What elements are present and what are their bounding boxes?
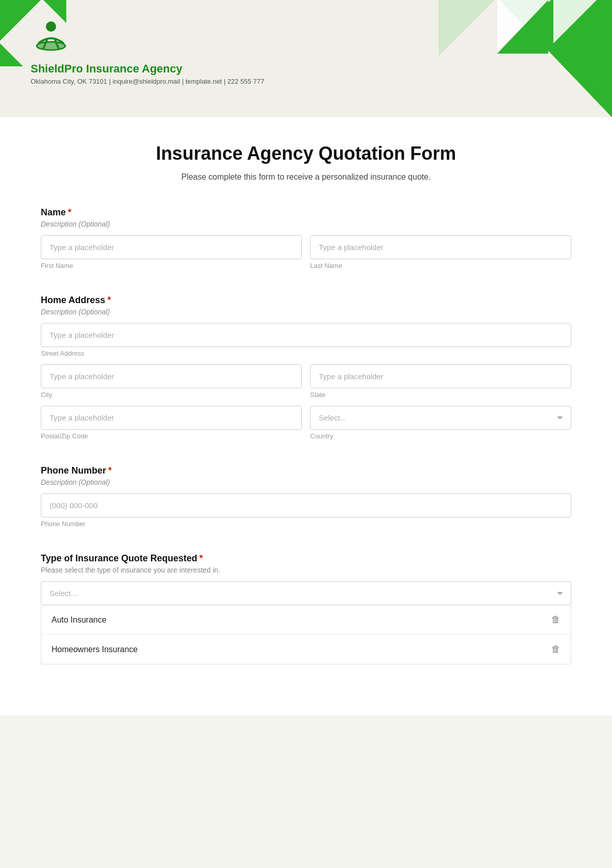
city-label: City — [41, 391, 302, 399]
state-input[interactable] — [310, 364, 571, 388]
required-indicator-address: * — [107, 295, 111, 305]
phone-description: Description (Optional) — [41, 478, 571, 486]
logo-section: ShieldPro Insurance Agency Oklahoma City… — [31, 15, 581, 85]
svg-point-8 — [46, 21, 56, 32]
agency-name: ShieldPro Insurance Agency — [31, 62, 581, 76]
svg-marker-2 — [0, 43, 23, 66]
first-name-input[interactable] — [41, 235, 302, 259]
country-select-wrapper: Select... — [310, 406, 571, 430]
required-indicator-phone: * — [108, 465, 112, 476]
homeowners-insurance-label: Homeowners Insurance — [52, 645, 138, 654]
name-field-row: First Name Last Name — [41, 235, 571, 275]
state-col: State — [310, 364, 571, 404]
name-section: Name* Description (Optional) First Name … — [41, 207, 571, 275]
main-content: Insurance Agency Quotation Form Please c… — [0, 117, 612, 715]
street-label: Street Address — [41, 350, 571, 357]
header: ShieldPro Insurance Agency Oklahoma City… — [0, 0, 612, 117]
home-address-section: Home Address* Description (Optional) Str… — [41, 295, 571, 445]
insurance-type-section: Type of Insurance Quote Requested* Pleas… — [41, 553, 571, 664]
required-indicator-insurance: * — [199, 553, 203, 563]
last-name-input[interactable] — [310, 235, 571, 259]
country-label: Country — [310, 432, 571, 440]
state-label: State — [310, 391, 571, 399]
city-col: City — [41, 364, 302, 404]
phone-col: Phone Number — [41, 493, 571, 533]
last-name-col: Last Name — [310, 235, 571, 275]
insurance-select-wrapper — [41, 581, 571, 605]
homeowners-insurance-delete-icon[interactable]: 🗑 — [551, 644, 560, 655]
street-row: Street Address — [41, 323, 571, 362]
required-indicator: * — [68, 207, 71, 217]
form-subtitle: Please complete this form to receive a p… — [41, 172, 571, 182]
first-name-label: First Name — [41, 262, 302, 269]
address-description: Description (Optional) — [41, 308, 571, 316]
zip-label: Postal/Zip Code — [41, 432, 302, 440]
city-input[interactable] — [41, 364, 302, 388]
insurance-options-list: Auto Insurance 🗑 Homeowners Insurance 🗑 — [41, 605, 571, 664]
zip-col: Postal/Zip Code — [41, 406, 302, 445]
country-select[interactable]: Select... — [310, 406, 571, 430]
first-name-col: First Name — [41, 235, 302, 275]
name-section-label: Name* — [41, 207, 571, 218]
phone-section: Phone Number* Description (Optional) Pho… — [41, 465, 571, 533]
auto-insurance-delete-icon[interactable]: 🗑 — [551, 614, 560, 625]
insurance-type-label: Type of Insurance Quote Requested* — [41, 553, 571, 564]
auto-insurance-label: Auto Insurance — [52, 615, 107, 625]
home-address-section-label: Home Address* — [41, 295, 571, 306]
homeowners-insurance-option[interactable]: Homeowners Insurance 🗑 — [41, 635, 571, 664]
street-col: Street Address — [41, 323, 571, 362]
agency-details: Oklahoma City, OK 73101 | inquire@shield… — [31, 78, 581, 85]
zip-input[interactable] — [41, 406, 302, 430]
phone-row: Phone Number — [41, 493, 571, 533]
logo-icon — [31, 15, 71, 56]
insurance-type-hint: Please select the type of insurance you … — [41, 566, 571, 574]
last-name-label: Last Name — [310, 262, 571, 269]
auto-insurance-option[interactable]: Auto Insurance 🗑 — [41, 605, 571, 635]
phone-field-label: Phone Number — [41, 520, 571, 528]
insurance-type-dropdown: Auto Insurance 🗑 Homeowners Insurance 🗑 — [41, 581, 571, 664]
name-description: Description (Optional) — [41, 220, 571, 228]
street-address-input[interactable] — [41, 323, 571, 347]
country-col: Select... Country — [310, 406, 571, 445]
form-title: Insurance Agency Quotation Form — [41, 143, 571, 164]
phone-section-label: Phone Number* — [41, 465, 571, 476]
phone-input[interactable] — [41, 493, 571, 517]
zip-country-row: Postal/Zip Code Select... Country — [41, 406, 571, 445]
city-state-row: City State — [41, 364, 571, 404]
insurance-type-select-input[interactable] — [41, 581, 571, 605]
